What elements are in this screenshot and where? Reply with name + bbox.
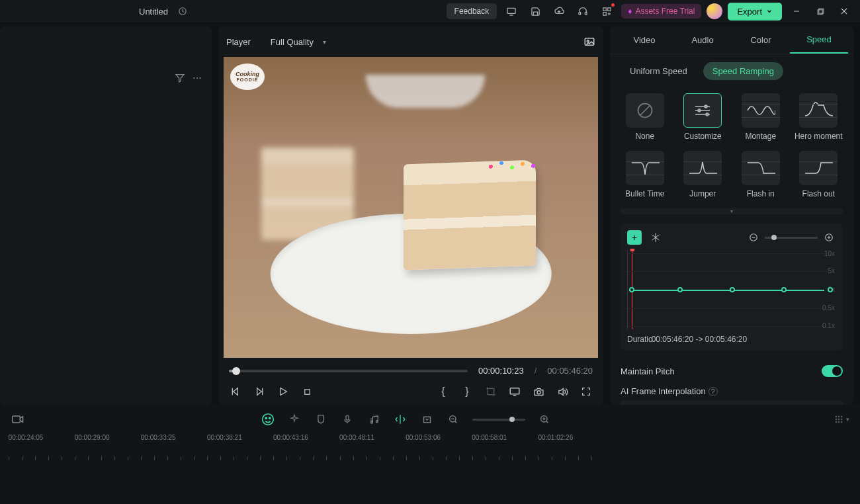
properties-panel: Video Audio Color Speed Uniform Speed Sp…	[610, 26, 853, 405]
subtab-uniform-speed[interactable]: Uniform Speed	[621, 62, 697, 80]
ai-mask-icon[interactable]	[261, 412, 275, 427]
preset-bullet-time[interactable]: Bullet Time	[621, 151, 669, 199]
svg-rect-5	[608, 7, 611, 10]
preset-montage[interactable]: Montage	[736, 93, 785, 142]
next-frame-icon[interactable]	[253, 385, 266, 398]
svg-rect-57	[838, 416, 839, 417]
history-icon[interactable]	[173, 2, 192, 21]
svg-rect-6	[603, 12, 606, 15]
play-icon[interactable]	[277, 385, 290, 398]
split-icon[interactable]	[393, 412, 408, 427]
profile-badge-icon[interactable]	[707, 3, 722, 19]
music-icon[interactable]	[366, 412, 381, 427]
filter-icon[interactable]	[175, 73, 185, 83]
ruler-label: 00:00:53:06	[406, 434, 441, 441]
svg-rect-59	[836, 419, 837, 420]
prev-frame-icon[interactable]	[229, 385, 242, 398]
svg-line-29	[640, 106, 650, 115]
svg-rect-23	[304, 389, 310, 394]
crop-tool-icon[interactable]	[484, 385, 497, 398]
tab-color[interactable]: Color	[732, 27, 790, 53]
timeline-toolbar: ▾	[0, 405, 860, 434]
volume-icon[interactable]	[556, 385, 569, 398]
headphones-icon[interactable]	[574, 2, 592, 21]
fullscreen-icon[interactable]	[580, 385, 593, 398]
timeline-ruler[interactable]: 00:00:24:0500:00:29:0000:00:33:2500:00:3…	[0, 434, 860, 464]
zoom-out-icon[interactable]	[446, 412, 460, 427]
media-panel	[0, 26, 212, 405]
crop-icon[interactable]	[419, 412, 434, 427]
svg-rect-60	[838, 419, 839, 420]
maximize-icon[interactable]	[811, 2, 830, 21]
assets-trial-button[interactable]: ♦Assets Free Trial	[621, 4, 701, 19]
freeze-frame-button[interactable]	[648, 230, 663, 245]
quality-value: Full Quality	[271, 37, 314, 47]
display-icon[interactable]	[508, 385, 521, 398]
graph-zoom-slider[interactable]	[765, 237, 818, 239]
speed-ramp-graph[interactable]: 10x 5x 1x 0.5x 0.1x	[627, 250, 836, 329]
camera-icon[interactable]	[532, 385, 545, 398]
speed-graph-section: + 10x 5x 1x 0.5x 0.1x	[621, 224, 843, 351]
feedback-button[interactable]: Feedback	[447, 3, 497, 19]
zoom-out-button[interactable]	[746, 230, 761, 245]
apps-icon[interactable]	[597, 2, 616, 21]
sparkle-icon[interactable]	[287, 412, 302, 427]
ruler-label: 00:00:24:05	[9, 434, 44, 441]
video-preview[interactable]: CookingFOODIE	[224, 57, 598, 358]
preset-hero-moment[interactable]: Hero moment	[795, 93, 843, 142]
zoom-in-button[interactable]	[822, 230, 836, 245]
ruler-label: 00:00:58:01	[472, 434, 507, 441]
player-controls: 00:00:10:23 / 00:05:46:20 { }	[218, 358, 603, 405]
more-icon[interactable]	[192, 73, 202, 83]
player-seek-bar[interactable]	[229, 370, 468, 372]
help-icon[interactable]: ?	[709, 387, 718, 396]
record-icon[interactable]	[11, 412, 25, 427]
cloud-upload-icon[interactable]	[550, 2, 568, 21]
svg-rect-1	[507, 8, 515, 13]
expand-presets-button[interactable]: ▾	[621, 208, 843, 214]
close-icon[interactable]	[835, 2, 853, 21]
svg-marker-20	[257, 388, 262, 396]
current-time: 00:00:10:23	[478, 366, 524, 376]
svg-point-15	[200, 77, 201, 79]
add-keyframe-button[interactable]: +	[627, 230, 642, 245]
mark-in-icon[interactable]: {	[437, 385, 450, 398]
speed-preset-grid: None Customize Montage Hero moment Bulle…	[610, 88, 853, 204]
mark-out-icon[interactable]: }	[460, 385, 474, 398]
timeline-area: ▾ 00:00:24:0500:00:29:0000:00:33:2500:00…	[0, 405, 860, 504]
export-button[interactable]: Export	[728, 3, 782, 21]
preset-none[interactable]: None	[621, 93, 669, 142]
svg-rect-9	[818, 9, 822, 14]
timeline-zoom-slider[interactable]	[472, 419, 525, 421]
svg-rect-56	[836, 416, 837, 417]
preset-flash-in[interactable]: Flash in	[736, 151, 785, 199]
marker-icon[interactable]	[314, 412, 328, 427]
speed-subtabs: Uniform Speed Speed Ramping	[610, 54, 853, 88]
svg-rect-25	[510, 388, 519, 394]
preset-customize[interactable]: Customize	[679, 93, 728, 142]
export-label: Export	[737, 7, 762, 17]
zoom-in-icon[interactable]	[537, 412, 552, 427]
tab-audio[interactable]: Audio	[673, 27, 732, 53]
snapshot-icon[interactable]	[583, 36, 595, 48]
tab-speed[interactable]: Speed	[790, 26, 848, 54]
mic-icon[interactable]	[340, 412, 355, 427]
desktop-icon[interactable]	[502, 2, 521, 21]
maintain-pitch-toggle[interactable]	[822, 365, 843, 377]
subtab-speed-ramping[interactable]: Speed Ramping	[703, 62, 783, 80]
svg-rect-45	[346, 415, 349, 420]
ruler-label: 00:01:02:26	[538, 434, 573, 441]
stop-icon[interactable]	[300, 385, 314, 398]
video-watermark: CookingFOODIE	[230, 63, 265, 90]
quality-selector[interactable]: Full Quality▾	[271, 37, 326, 47]
tab-video[interactable]: Video	[615, 27, 673, 53]
maintain-pitch-label: Maintain Pitch	[621, 366, 675, 376]
assets-trial-label: Assets Free Trial	[635, 7, 695, 16]
minimize-icon[interactable]	[787, 2, 806, 21]
preset-flash-out[interactable]: Flash out	[795, 151, 843, 199]
save-icon[interactable]	[526, 2, 544, 21]
preset-jumper[interactable]: Jumper	[679, 151, 728, 199]
timeline-view-selector[interactable]: ▾	[834, 415, 849, 424]
frame-interpolation-select[interactable]: Frame Sampling ▾	[621, 400, 843, 405]
svg-point-42	[263, 414, 274, 425]
